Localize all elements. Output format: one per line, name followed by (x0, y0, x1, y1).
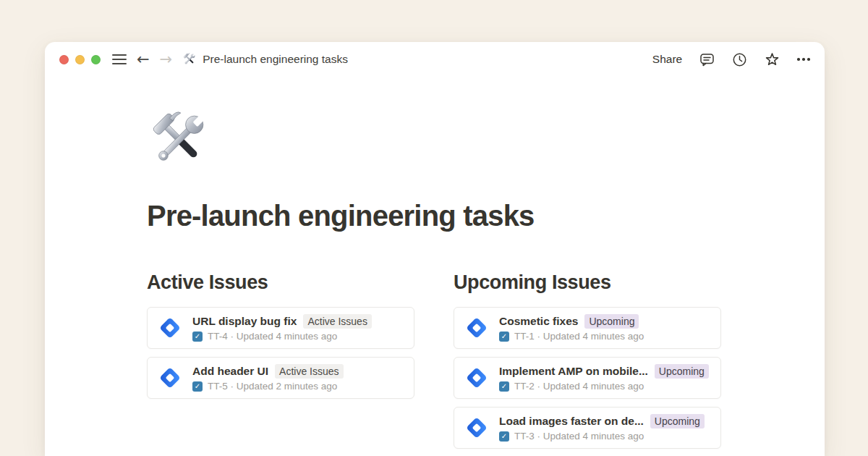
forward-arrow-icon[interactable]: → (160, 52, 173, 67)
app-window: ← → Pre-launch engineering tasks Share (45, 42, 825, 456)
jira-icon (463, 364, 490, 392)
star-favorite-icon[interactable] (765, 52, 780, 67)
card-badge: Active Issues (275, 364, 343, 379)
page-emoji-hammer-and-wrench[interactable] (147, 107, 212, 172)
card-title: URL display bug fix (192, 315, 297, 328)
card-badge: Active Issues (303, 314, 371, 329)
checked-checkbox-icon[interactable]: ✓ (192, 332, 203, 342)
card-list: URL display bug fix Active Issues ✓ TT-4… (147, 307, 414, 399)
checked-checkbox-icon[interactable]: ✓ (192, 381, 203, 392)
more-options-icon[interactable] (797, 52, 810, 67)
page-title[interactable]: Pre-launch engineering tasks (147, 200, 825, 232)
back-arrow-icon[interactable]: ← (137, 52, 150, 67)
issues-column: Active Issues URL display bug fix Active… (147, 271, 414, 456)
issue-card[interactable]: Load images faster on de... Upcoming ✓ T… (454, 407, 721, 449)
checked-checkbox-icon[interactable]: ✓ (499, 381, 509, 392)
card-meta-text: TT-2 · Updated 4 minutes ago (514, 381, 644, 392)
card-badge: Upcoming (584, 314, 639, 329)
hammer-wrench-icon (182, 52, 197, 67)
traffic-lights (59, 55, 101, 64)
issues-column: Upcoming Issues Cosmetic fixes Upcoming … (454, 271, 721, 456)
card-meta-text: TT-3 · Updated 4 minutes ago (514, 431, 644, 442)
card-title: Add header UI (192, 365, 268, 378)
checked-checkbox-icon[interactable]: ✓ (499, 332, 509, 342)
card-meta-text: TT-5 · Updated 2 minutes ago (208, 381, 337, 392)
card-title: Implement AMP on mobile... (499, 365, 648, 378)
jira-icon (156, 314, 184, 342)
breadcrumb-page-title[interactable]: Pre-launch engineering tasks (203, 53, 348, 66)
clock-history-icon[interactable] (732, 52, 747, 67)
checked-checkbox-icon[interactable]: ✓ (499, 431, 509, 442)
section-heading[interactable]: Active Issues (147, 271, 414, 294)
card-list: Cosmetic fixes Upcoming ✓ TT-1 · Updated… (454, 307, 721, 449)
titlebar-actions: Share (652, 52, 810, 67)
card-title: Cosmetic fixes (499, 315, 578, 328)
card-title: Load images faster on de... (499, 415, 644, 428)
columns: Active Issues URL display bug fix Active… (147, 271, 825, 456)
issue-card[interactable]: URL display bug fix Active Issues ✓ TT-4… (147, 307, 414, 349)
issue-card[interactable]: Cosmetic fixes Upcoming ✓ TT-1 · Updated… (454, 307, 721, 349)
minimize-window-button[interactable] (75, 55, 85, 64)
share-button[interactable]: Share (652, 53, 682, 66)
zoom-window-button[interactable] (91, 55, 101, 64)
issue-card[interactable]: Implement AMP on mobile... Upcoming ✓ TT… (454, 357, 721, 399)
page-content: Pre-launch engineering tasks Active Issu… (45, 77, 825, 456)
section-heading[interactable]: Upcoming Issues (454, 271, 721, 294)
sidebar-toggle-icon[interactable] (112, 54, 127, 65)
issue-card[interactable]: Add header UI Active Issues ✓ TT-5 · Upd… (147, 357, 414, 399)
jira-icon (463, 414, 490, 442)
card-badge: Upcoming (650, 414, 705, 429)
card-badge: Upcoming (655, 364, 709, 379)
comments-icon[interactable] (699, 52, 715, 67)
close-window-button[interactable] (59, 55, 69, 64)
card-meta-text: TT-1 · Updated 4 minutes ago (514, 331, 644, 342)
card-meta-text: TT-4 · Updated 4 minutes ago (208, 331, 337, 342)
jira-icon (463, 314, 490, 342)
window-titlebar: ← → Pre-launch engineering tasks Share (45, 42, 825, 77)
jira-icon (156, 364, 184, 392)
